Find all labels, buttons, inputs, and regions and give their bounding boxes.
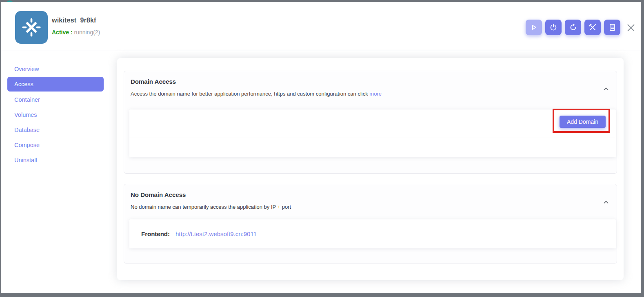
sidebar-item-overview[interactable]: Overview bbox=[7, 61, 104, 76]
stop-button[interactable] bbox=[545, 20, 562, 35]
power-icon bbox=[549, 23, 558, 32]
domain-access-title: Domain Access bbox=[131, 78, 176, 85]
sidebar-item-volumes[interactable]: Volumes bbox=[7, 107, 104, 122]
sidebar-item-uninstall[interactable]: Uninstall bbox=[7, 152, 104, 167]
status-label: Active : bbox=[52, 29, 73, 36]
journal-icon bbox=[608, 23, 617, 32]
domain-access-collapse-button[interactable] bbox=[601, 84, 611, 94]
frontend-access-panel: Frontend: http://t.test2.websoft9.cn:901… bbox=[129, 219, 616, 248]
no-domain-access-description: No domain name can temporarily access th… bbox=[131, 204, 291, 210]
wiki-asterisk-icon bbox=[20, 16, 43, 39]
play-icon bbox=[529, 23, 538, 32]
domain-access-description: Access the domain name for better applic… bbox=[131, 91, 382, 97]
header-action-buttons bbox=[526, 20, 620, 35]
app-status: Active : running(2) bbox=[52, 29, 100, 36]
restart-icon bbox=[568, 23, 577, 32]
no-domain-access-collapse-button[interactable] bbox=[601, 197, 611, 207]
tools-icon bbox=[588, 23, 597, 32]
domain-access-card: Domain Access Access the domain name for… bbox=[124, 71, 617, 174]
restart-button[interactable] bbox=[565, 20, 581, 35]
app-logo bbox=[15, 11, 48, 44]
chevron-up-icon bbox=[602, 199, 610, 206]
no-domain-access-title: No Domain Access bbox=[131, 191, 186, 198]
more-link[interactable]: more bbox=[369, 91, 382, 97]
repair-button[interactable] bbox=[584, 20, 601, 35]
app-details-screen: { "header": { "app_title": "wikitest_9r8… bbox=[0, 0, 644, 297]
access-content-panel: Domain Access Access the domain name for… bbox=[117, 58, 624, 280]
chevron-up-icon bbox=[602, 85, 610, 93]
status-value: running(2) bbox=[74, 29, 100, 36]
modal-header: wikitest_9r8kf Active : running(2) bbox=[1, 2, 641, 51]
app-details-modal: wikitest_9r8kf Active : running(2) bbox=[1, 2, 641, 293]
add-domain-button[interactable]: Add Domain bbox=[560, 116, 606, 128]
no-domain-access-card: No Domain Access No domain name can temp… bbox=[124, 184, 617, 264]
domain-list-empty-row bbox=[129, 138, 616, 157]
app-title: wikitest_9r8kf bbox=[52, 17, 96, 24]
domain-list-header-row: Add Domain bbox=[129, 109, 616, 138]
close-icon bbox=[626, 23, 636, 33]
domain-list-panel: Add Domain bbox=[129, 109, 616, 157]
sidebar-item-access[interactable]: Access bbox=[7, 77, 104, 92]
logs-button[interactable] bbox=[604, 20, 620, 35]
start-button[interactable] bbox=[526, 20, 542, 35]
domain-access-description-text: Access the domain name for better applic… bbox=[131, 91, 368, 97]
sidebar-item-database[interactable]: Database bbox=[7, 122, 104, 137]
frontend-url-link[interactable]: http://t.test2.websoft9.cn:9011 bbox=[175, 230, 257, 237]
sidebar-nav: Overview Access Container Volumes Databa… bbox=[7, 61, 104, 167]
sidebar-item-container[interactable]: Container bbox=[7, 92, 104, 107]
frontend-label: Frontend: bbox=[141, 230, 170, 237]
sidebar-item-compose[interactable]: Compose bbox=[7, 137, 104, 152]
close-button[interactable] bbox=[626, 22, 636, 33]
